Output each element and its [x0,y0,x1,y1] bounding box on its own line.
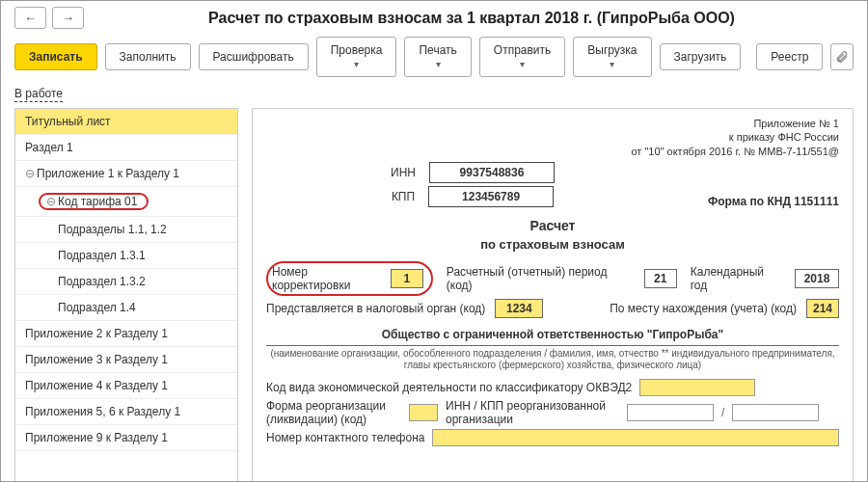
import-button[interactable]: Загрузить [660,43,742,70]
write-button[interactable]: Записать [14,43,97,70]
kpp-label: КПП [392,190,415,203]
place-value[interactable]: 214 [806,299,839,318]
reorg-label: Форма реорганизации (ликвидации) (код) [266,399,401,426]
status-label[interactable]: В работе [1,87,867,108]
inn-value[interactable]: 9937548836 [429,162,555,183]
tree-item-sub131[interactable]: Подраздел 1.3.1 [15,243,237,269]
year-value[interactable]: 2018 [795,269,839,288]
tree-item-app2[interactable]: Приложение 2 к Разделу 1 [15,321,237,347]
period-value[interactable]: 21 [644,269,677,288]
tree-item-sub14[interactable]: Подраздел 1.4 [15,295,237,321]
phone-input[interactable] [432,429,839,446]
reorg-inn-label: ИНН / КПП реорганизованной организации [446,399,619,426]
reorg-inn-input[interactable] [627,404,714,421]
send-button[interactable]: Отправить [479,37,566,77]
check-button[interactable]: Проверка [316,37,397,77]
form-appendix: Приложение № 1 [266,117,839,130]
correction-value[interactable]: 1 [391,269,423,288]
year-label: Календарный год [691,265,781,292]
nav-forward-button[interactable]: → [52,7,84,29]
reorg-kpp-input[interactable] [732,404,819,421]
tree-item-app56[interactable]: Приложения 5, 6 к Разделу 1 [15,399,237,425]
tree-item-app4[interactable]: Приложение 4 к Разделу 1 [15,373,237,399]
tree-item-sub11-12[interactable]: Подразделы 1.1, 1.2 [15,217,237,243]
tree-item-section1[interactable]: Раздел 1 [15,135,237,161]
decrypt-button[interactable]: Расшифровать [199,43,309,70]
page-title: Расчет по страховым взносам за 1 квартал… [90,10,854,27]
tree-item-app3[interactable]: Приложение 3 к Разделу 1 [15,347,237,373]
registry-button[interactable]: Реестр [756,43,823,70]
tree-item-app1[interactable]: ⊖Приложение 1 к Разделу 1 [15,161,237,187]
form-title-1: Расчет [266,218,839,233]
form-order: к приказу ФНС России [266,130,839,144]
phone-label: Номер контактного телефона [266,431,424,444]
tree-item-title-page[interactable]: Титульный лист [15,109,237,135]
place-label: По месту нахождения (учета) (код) [610,302,797,315]
period-label: Расчетный (отчетный) период (код) [447,265,631,292]
form-order-date: от "10" октября 2016 г. № ММВ-7-11/551@ [266,145,839,158]
okved-label: Код вида экономической деятельности по к… [266,381,632,394]
section-tree: Титульный лист Раздел 1 ⊖Приложение 1 к … [14,108,238,482]
form-title-2: по страховым взносам [266,237,839,252]
okved-input[interactable] [639,379,755,396]
knd-code: Форма по КНД 1151111 [708,195,839,210]
correction-label: Номер корректировки [272,265,385,292]
export-button[interactable]: Выгрузка [573,37,651,77]
org-name: Общество с ограниченной ответственностью… [266,324,839,346]
fill-button[interactable]: Заполнить [105,43,191,70]
org-note: (наименование организации, обособленного… [266,348,839,371]
attachment-icon[interactable] [830,43,854,70]
kpp-value[interactable]: 123456789 [428,186,554,207]
inn-label: ИНН [391,166,416,179]
tree-item-app9[interactable]: Приложение 9 к Разделу 1 [15,425,237,451]
form-panel: Приложение № 1 к приказу ФНС России от "… [252,108,854,482]
reorg-code-input[interactable] [409,404,438,421]
tax-auth-label: Представляется в налоговый орган (код) [266,302,485,315]
tree-item-sub132[interactable]: Подраздел 1.3.2 [15,269,237,295]
nav-back-button[interactable]: ← [14,7,46,29]
print-button[interactable]: Печать [404,37,471,77]
tax-auth-value[interactable]: 1234 [495,299,543,318]
tree-item-tariff01[interactable]: ⊖Код тарифа 01 [15,187,237,217]
